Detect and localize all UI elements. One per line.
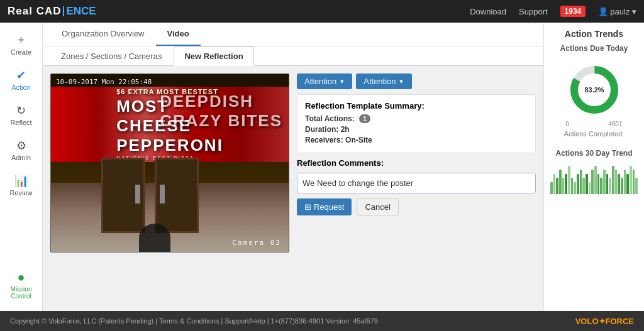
- duration-row: Duration: 2h: [305, 125, 528, 134]
- bar-segment: [586, 174, 588, 194]
- sidebar-label-create: Create: [11, 48, 31, 56]
- attention-btn-2[interactable]: Attention ▼: [356, 73, 411, 89]
- footer-support-link[interactable]: Support/Help: [225, 317, 265, 325]
- svg-text:83.2%: 83.2%: [584, 86, 604, 94]
- bar-segment: [594, 166, 597, 194]
- main-content: Organization Overview Video Zones / Sect…: [43, 23, 543, 311]
- bar-segment: [609, 178, 611, 194]
- bar-segment: [603, 170, 606, 194]
- receivers-label: Receivers:: [305, 136, 343, 144]
- bar-segment: [589, 182, 591, 194]
- tabs-row2: Zones / Sections / Cameras New Reflectio…: [43, 46, 543, 66]
- bar-segment: [600, 178, 602, 194]
- tab-video[interactable]: Video: [156, 23, 201, 46]
- sidebar-item-reflect[interactable]: ↻ Reflect: [0, 99, 42, 131]
- trend30-title: Actions 30 Day Trend: [550, 149, 638, 158]
- tab-new-reflection[interactable]: New Reflection: [174, 46, 253, 66]
- brand-cursor: [63, 6, 64, 16]
- top-nav: Real CADENCE Download Support 1934 👤 pau…: [0, 0, 644, 23]
- bar-segment: [626, 174, 629, 194]
- sidebar-item-review[interactable]: 📊 Review: [0, 169, 42, 202]
- bar-segment: [568, 166, 570, 194]
- bar-segment: [562, 178, 565, 194]
- action-row: ⊞ Request Cancel: [297, 198, 536, 215]
- request-icon: ⊞: [304, 202, 311, 212]
- bar-segment: [606, 174, 609, 194]
- footer-logo-part1: VOLO: [575, 317, 599, 326]
- bar-segment: [621, 178, 623, 194]
- brand-name-part1: Real CAD: [8, 5, 61, 18]
- bar-segment: [565, 174, 567, 194]
- total-actions-row: Total Actions: 1: [305, 114, 528, 123]
- sidebar-item-action[interactable]: ✔ Action: [0, 63, 42, 96]
- notification-badge[interactable]: 1934: [560, 6, 586, 17]
- bar-segment: [556, 178, 558, 194]
- plus-icon: +: [18, 34, 25, 47]
- user-icon: 👤: [598, 7, 608, 16]
- request-label: Request: [314, 202, 344, 212]
- door-handle-left: [135, 185, 140, 203]
- footer-terms-link[interactable]: Terms & Conditions: [159, 317, 219, 325]
- tab-org-overview[interactable]: Organization Overview: [50, 23, 156, 46]
- bar-segment: [591, 170, 594, 194]
- panel-body: 10-09-2017 Mon 22:05:48 $6 EXTRA MOST BE…: [43, 66, 543, 311]
- bar-segment: [612, 166, 614, 194]
- bar-segment: [635, 178, 638, 194]
- donut-min: 0: [566, 121, 570, 128]
- footer-version: Version: 45af679: [326, 317, 378, 325]
- attention-label-2: Attention: [364, 77, 396, 86]
- summary-box: Reflection Template Summary: Total Actio…: [297, 94, 536, 153]
- bar-segment: [553, 174, 556, 194]
- bar-segment: [624, 170, 626, 194]
- sidebar-item-mission-control[interactable]: ● Mission Control: [0, 265, 42, 305]
- tab-zones[interactable]: Zones / Sections / Cameras: [50, 46, 172, 66]
- sidebar-item-create[interactable]: + Create: [0, 29, 42, 61]
- donut-range: 0 4601: [566, 121, 623, 128]
- download-link[interactable]: Download: [470, 7, 506, 16]
- duration-label: Duration:: [305, 125, 338, 134]
- sidebar: + Create ✔ Action ↻ Reflect ⚙ Admin 📊 Re…: [0, 23, 43, 311]
- bar-segment: [580, 170, 582, 194]
- request-button[interactable]: ⊞ Request: [297, 198, 352, 215]
- bar-segment: [550, 182, 553, 194]
- brand-logo: Real CADENCE: [8, 5, 96, 18]
- footer-logo: VOLO✦FORCE: [575, 317, 634, 326]
- comment-input[interactable]: [297, 173, 536, 193]
- receivers-value: On-Site: [345, 136, 372, 144]
- bar-segment: [615, 170, 618, 194]
- user-menu[interactable]: 👤 paulz ▾: [598, 7, 636, 16]
- reflection-panel: Attention ▼ Attention ▼ Reflection Templ…: [297, 73, 536, 303]
- sidebar-item-admin[interactable]: ⚙ Admin: [0, 134, 42, 166]
- total-actions-value: 1: [359, 114, 370, 123]
- support-link[interactable]: Support: [519, 7, 548, 16]
- sidebar-label-review: Review: [9, 189, 32, 197]
- footer-phone: 1+(877)836-4901: [271, 317, 325, 325]
- video-player: 10-09-2017 Mon 22:05:48 $6 EXTRA MOST BE…: [50, 73, 289, 252]
- camera-label: Camera 03: [232, 239, 281, 247]
- check-icon: ✔: [16, 68, 26, 82]
- video-background: $6 EXTRA MOST BESTEST MOSTCHEESEPEPPERON…: [51, 74, 289, 252]
- bar-segment: [571, 178, 574, 194]
- bar-segment: [630, 166, 632, 194]
- gear-icon: ⚙: [16, 139, 26, 153]
- sidebar-label-reflect: Reflect: [10, 119, 31, 126]
- attention-btn-1[interactable]: Attention ▼: [297, 73, 352, 89]
- footer-text: Copyright © VoloForce, LLC (Patents Pend…: [10, 317, 378, 325]
- bar-chart-30day: [550, 163, 638, 194]
- bar-segment: [618, 174, 620, 194]
- duration-value: 2h: [341, 125, 350, 134]
- total-actions-label: Total Actions:: [305, 114, 355, 123]
- donut-chart: 83.2%: [566, 62, 623, 118]
- receivers-row: Receivers: On-Site: [305, 136, 528, 144]
- bar-segment: [574, 182, 576, 194]
- due-today-title: Actions Due Today: [550, 44, 638, 53]
- bar-segment: [597, 174, 600, 194]
- brand-name-part2: ENCE: [66, 5, 96, 18]
- attention-label-1: Attention: [304, 77, 336, 86]
- sidebar-label-action: Action: [11, 84, 31, 91]
- cancel-button[interactable]: Cancel: [357, 198, 398, 215]
- footer: Copyright © VoloForce, LLC (Patents Pend…: [0, 311, 644, 331]
- door-left: [101, 158, 145, 233]
- donut-max: 4601: [608, 121, 622, 128]
- menu-board: $6 EXTRA MOST BESTEST MOSTCHEESEPEPPERON…: [51, 87, 289, 162]
